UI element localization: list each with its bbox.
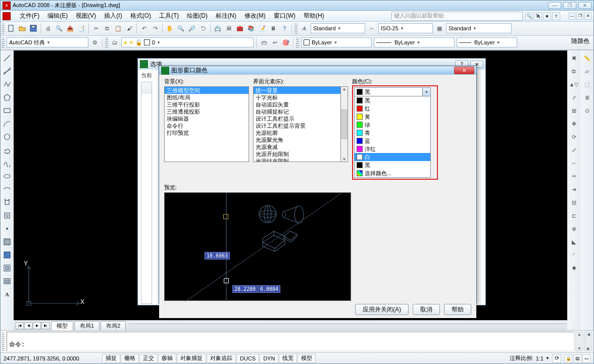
- pline-tool[interactable]: [2, 79, 13, 90]
- extend-tool[interactable]: ➔: [568, 184, 579, 195]
- sheetset-button[interactable]: 📑: [76, 23, 87, 34]
- annoscale-icon[interactable]: ⟳: [552, 354, 561, 363]
- explode-tool[interactable]: ✸: [568, 263, 579, 274]
- context-item-5[interactable]: 命令行: [165, 122, 249, 129]
- status-coords[interactable]: 2477.2871, 1979.3256, 0.0000: [1, 355, 102, 361]
- xline-tool[interactable]: [2, 66, 13, 77]
- status-tray-icon[interactable]: ▤: [573, 354, 581, 362]
- color-option-2[interactable]: 黄: [355, 113, 430, 121]
- dist-tool[interactable]: 📏: [581, 53, 592, 64]
- tab-last-button[interactable]: ▶|: [41, 322, 49, 329]
- make-block-tool[interactable]: [2, 210, 13, 221]
- color-dialog-close-button[interactable]: ✕: [454, 67, 474, 74]
- window-close-button[interactable]: ✕: [578, 2, 591, 9]
- infocenter-comm-icon[interactable]: 🛰: [534, 12, 542, 20]
- linetype-combo[interactable]: ByLayer▼: [374, 37, 455, 47]
- toggle-ducs[interactable]: DUCS: [236, 354, 259, 363]
- command-panel[interactable]: 命令: ▲▼ ◀▶: [1, 330, 593, 352]
- color-combo[interactable]: ByLayer▼: [301, 37, 372, 47]
- id-tool[interactable]: ⊙: [581, 105, 592, 116]
- publish-button[interactable]: 📤: [65, 23, 76, 34]
- element-item-0[interactable]: 统一背景: [254, 87, 340, 94]
- layer-prev-button[interactable]: ↩: [269, 37, 280, 48]
- toggle-lwt[interactable]: 线宽: [279, 354, 297, 363]
- toggle-model[interactable]: 模型: [298, 354, 316, 363]
- copy-tool[interactable]: ⧉: [568, 66, 579, 77]
- chamfer-tool[interactable]: ◣: [568, 236, 579, 247]
- zoom-prev-button[interactable]: ⮌: [197, 23, 209, 34]
- element-item-2[interactable]: 自动追踪矢量: [254, 101, 340, 108]
- point-tool[interactable]: [2, 223, 13, 234]
- apply-close-button[interactable]: 应用并关闭(A): [355, 304, 409, 315]
- new-button[interactable]: [6, 23, 17, 34]
- help-button[interactable]: 帮助: [444, 304, 471, 315]
- infocenter-search-icon[interactable]: 🔍: [525, 12, 533, 20]
- paste-button[interactable]: 📋: [113, 23, 124, 34]
- toggle-grid[interactable]: 栅格: [121, 354, 139, 363]
- line-tool[interactable]: [2, 53, 13, 64]
- color-option-0[interactable]: 黑: [355, 96, 430, 105]
- join-tool[interactable]: ⊕: [568, 223, 579, 234]
- status-clean-icon[interactable]: ▭: [582, 354, 590, 362]
- menu-format[interactable]: 格式(O): [126, 11, 155, 21]
- open-button[interactable]: [17, 23, 28, 34]
- save-button[interactable]: [28, 23, 39, 34]
- context-listbox[interactable]: 三维模型空间 图纸/布局 三维平行投影 三维透视投影 块编辑器 命令行 打印预览: [164, 86, 249, 162]
- fillet-tool[interactable]: ◜: [568, 249, 579, 261]
- menu-insert[interactable]: 插入(I): [100, 11, 126, 21]
- command-input[interactable]: 命令:: [7, 332, 574, 351]
- infocenter-fav-icon[interactable]: ★: [543, 12, 551, 20]
- color-dropdown-list[interactable]: 黑红黄绿青蓝洋红白黑选择颜色...: [354, 96, 431, 178]
- designcenter-button[interactable]: 🏛: [223, 23, 234, 34]
- element-item-4[interactable]: 设计工具栏提示: [254, 115, 340, 122]
- matchprops-button[interactable]: 🖌: [124, 23, 135, 34]
- tab-layout2[interactable]: 布局2: [101, 321, 126, 330]
- element-item-6[interactable]: 光源轮廓: [254, 129, 340, 136]
- break-tool[interactable]: ⊏: [568, 210, 579, 221]
- toolbar-grip[interactable]: [2, 23, 5, 34]
- context-item-6[interactable]: 打印预览: [165, 129, 249, 136]
- layer-prop-mgr-button[interactable]: 🗂: [109, 37, 120, 48]
- gradient-tool[interactable]: [2, 249, 13, 261]
- color-option-4[interactable]: 青: [355, 129, 430, 137]
- quickcalc-button[interactable]: 🖩: [268, 23, 279, 34]
- color-option-3[interactable]: 绿: [355, 121, 430, 129]
- offset-tool[interactable]: ⫽: [568, 92, 579, 103]
- text-style-combo[interactable]: Standard▼: [311, 23, 365, 33]
- context-item-4[interactable]: 块编辑器: [165, 115, 249, 122]
- command-scrollbar[interactable]: ▲▼: [575, 332, 583, 351]
- element-item-7[interactable]: 光源聚光角: [254, 136, 340, 143]
- menu-modify[interactable]: 修改(M): [240, 11, 270, 21]
- menu-dim[interactable]: 标注(N): [212, 11, 240, 21]
- styles-toolbar-grip[interactable]: [294, 23, 298, 34]
- help-button[interactable]: ?: [279, 23, 290, 34]
- zoom-rt-button[interactable]: 🔍: [175, 23, 186, 34]
- move-tool[interactable]: ✥: [568, 118, 579, 129]
- layer-iso-button[interactable]: 🎯: [280, 37, 291, 48]
- print-button[interactable]: 🖨: [42, 23, 54, 34]
- cancel-button[interactable]: 取消: [413, 304, 440, 315]
- color-combo-arrow-icon[interactable]: ▼: [422, 88, 430, 96]
- plot-preview-button[interactable]: 🔍: [54, 23, 65, 34]
- insert-block-tool[interactable]: [2, 197, 13, 208]
- element-item-9[interactable]: 光源开始限制: [254, 150, 340, 158]
- context-item-0[interactable]: 三维模型空间: [165, 87, 249, 94]
- color-option-6[interactable]: 洋红: [355, 145, 430, 153]
- zoom-win-button[interactable]: 🔎: [186, 23, 197, 34]
- annoscale-value[interactable]: 1:1: [534, 354, 546, 363]
- rectangle-tool[interactable]: [2, 105, 13, 116]
- menu-file[interactable]: 文件(F): [16, 11, 43, 21]
- element-scrollbar[interactable]: ▲▼: [341, 86, 348, 162]
- command-scrollbar-h[interactable]: ◀▶: [584, 332, 592, 351]
- ellipse-tool[interactable]: [2, 171, 13, 182]
- stretch-tool[interactable]: ↔: [568, 158, 579, 169]
- revcloud-tool[interactable]: [2, 144, 13, 155]
- mirror-tool[interactable]: ▲▽: [568, 79, 579, 90]
- element-item-3[interactable]: 自动捕捉标记: [254, 108, 340, 115]
- circle-tool[interactable]: [2, 131, 13, 142]
- window-restore-button[interactable]: ❐: [563, 2, 576, 9]
- undo-button[interactable]: ↶: [138, 23, 150, 34]
- menu-window[interactable]: 窗口(W): [270, 11, 300, 21]
- polygon-tool[interactable]: [2, 92, 13, 103]
- color-option-7[interactable]: 白: [355, 153, 430, 161]
